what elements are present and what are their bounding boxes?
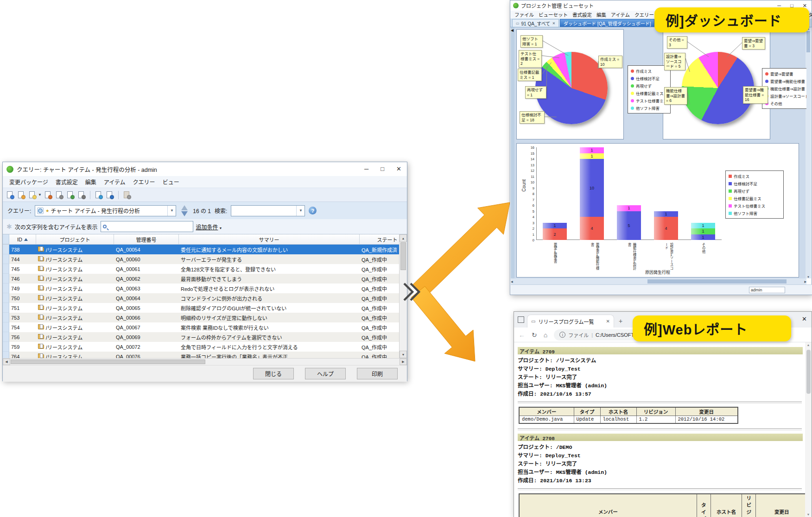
prev-item-icon[interactable]: [181, 205, 188, 210]
menu-item[interactable]: 編集: [82, 177, 100, 187]
scrollbar-thumb[interactable]: [400, 242, 406, 270]
table-row[interactable]: 738/リースシステムQA_00054委任元に通知するメール内容の文頭がおかしい…: [3, 245, 399, 254]
close-button[interactable]: 閉じる: [253, 368, 294, 379]
maximize-icon[interactable]: □: [381, 162, 384, 176]
row-gutter[interactable]: [3, 322, 9, 332]
table-row[interactable]: 751/リースシステムQA_00065削除確認ダイアログのGUIが統一されていな…: [3, 303, 399, 313]
print-icon[interactable]: [55, 190, 64, 200]
scrollbar-thumb[interactable]: [806, 350, 811, 394]
export-icon[interactable]: [66, 190, 75, 200]
close-tab-icon[interactable]: ✕: [552, 21, 555, 25]
browser-tab[interactable]: ▭ リリースプログラム一覧 ✕: [527, 315, 614, 328]
chevron-down-icon[interactable]: ▼: [296, 206, 304, 216]
back-icon[interactable]: ←: [519, 331, 525, 339]
scroll-up-icon[interactable]: ▲: [400, 234, 407, 242]
column-header-4[interactable]: ステート: [360, 234, 399, 244]
row-gutter[interactable]: [3, 284, 9, 293]
scroll-down-icon[interactable]: ▼: [400, 351, 407, 358]
query-select[interactable]: ★ チャート アイテム - 発生行程の分析 ▼: [35, 205, 176, 216]
new-tab-icon[interactable]: +: [619, 317, 622, 325]
reload-icon[interactable]: ↻: [532, 331, 537, 339]
menu-item[interactable]: ビューセット: [536, 11, 570, 19]
row-gutter[interactable]: [3, 352, 9, 358]
horizontal-scrollbar[interactable]: ◀▶: [511, 278, 806, 284]
scroll-left-icon[interactable]: ◀: [3, 359, 10, 365]
column-header-id[interactable]: ID: [9, 234, 36, 244]
menu-item[interactable]: アイテム: [100, 177, 129, 187]
column-header-3[interactable]: サマリー: [179, 234, 360, 244]
table-row[interactable]: 746/リースシステムQA_00062最背面移動ができてしまうQA_作成中: [3, 274, 399, 284]
create-item-icon[interactable]: [28, 190, 37, 200]
menu-item[interactable]: 変更パッケージ: [6, 177, 52, 187]
scrollbar-thumb[interactable]: [806, 31, 810, 52]
copy-link-icon[interactable]: [77, 190, 86, 200]
table-row[interactable]: 745/リースシステムQA_00061全角128文字を指定すると、登録できないQ…: [3, 264, 399, 274]
close-icon[interactable]: ✕: [802, 315, 807, 322]
menu-item[interactable]: ファイル: [512, 11, 536, 19]
search-combobox[interactable]: ▼: [231, 205, 305, 216]
scroll-up-icon[interactable]: ▲: [807, 343, 810, 347]
vertical-scrollbar[interactable]: ▲▼: [805, 342, 812, 517]
table-row[interactable]: 754/リースシステムQA_00067案件検索 業務IDなしで検索が行えないQA…: [3, 322, 399, 332]
table-row[interactable]: 756/リースシステムQA_00069フォームの枠外からアイテムを選択できないQ…: [3, 332, 399, 342]
menu-item[interactable]: 書式設定: [570, 11, 594, 19]
tab-dashboard[interactable]: ダッシュボード [QA_管理ダッシュボード]: [560, 19, 654, 27]
scrollbar-thumb[interactable]: [11, 359, 205, 364]
refresh-icon[interactable]: [94, 190, 103, 200]
menu-item[interactable]: 書式設定: [52, 177, 82, 187]
change-package-icon[interactable]: [44, 190, 53, 200]
minimize-icon[interactable]: ─: [364, 162, 368, 176]
column-header-1[interactable]: プロジェクト: [36, 234, 114, 244]
table-row[interactable]: 759/リースシステムQA_00072全角で日時フィールドに入力を行うと文字が消…: [3, 342, 399, 352]
scroll-right-icon[interactable]: ▶: [400, 359, 407, 365]
menu-item[interactable]: アイテム: [609, 11, 632, 19]
table-row[interactable]: 764/リースシステムQA_00076業務一括コピー実行後の「業務名」表示が不正…: [3, 352, 399, 358]
chevron-down-icon[interactable]: ▼: [167, 206, 176, 216]
row-gutter[interactable]: [3, 274, 9, 284]
help-button[interactable]: ヘルプ: [305, 368, 346, 379]
row-gutter[interactable]: [3, 293, 9, 303]
row-gutter[interactable]: [3, 342, 9, 352]
row-gutter[interactable]: [3, 264, 9, 274]
close-icon[interactable]: ✕: [396, 162, 401, 176]
locked-icon[interactable]: [122, 190, 132, 200]
menu-item[interactable]: 編集: [594, 11, 609, 19]
scrollbar-thumb[interactable]: [647, 279, 787, 284]
tab-search-icon[interactable]: [518, 316, 524, 323]
row-gutter[interactable]: [3, 254, 9, 264]
row-gutter[interactable]: [3, 313, 9, 322]
menu-item[interactable]: クエリー: [129, 177, 159, 187]
scroll-down-icon[interactable]: ▼: [807, 513, 810, 516]
menu-item[interactable]: クエリー: [632, 11, 656, 19]
table-row[interactable]: 749/リースシステムQA_00063Redoで処理させるとログが表示されないQ…: [3, 284, 399, 293]
scroll-right-icon[interactable]: ▶: [804, 280, 806, 283]
add-condition-link[interactable]: 追加条件▼: [196, 223, 222, 231]
view-item-icon[interactable]: [6, 190, 15, 200]
table-row[interactable]: 744/リースシステムQA_00060サーバーエラーが発生するQA_作成中: [3, 254, 399, 264]
filter-input[interactable]: [101, 221, 193, 232]
close-tab-icon[interactable]: ✕: [606, 319, 610, 324]
collapse-icon[interactable]: ◀: [511, 28, 514, 32]
table-row[interactable]: 750/リースシステムQA_00064コマンドラインに例外が出力されるQA_作成…: [3, 293, 399, 303]
vertical-scrollbar[interactable]: ▲▼: [806, 27, 811, 278]
chevron-down-icon[interactable]: ▼: [38, 193, 42, 197]
row-gutter[interactable]: [3, 245, 9, 254]
table-row[interactable]: 753/リースシステムQA_00066明細枠のリサイズが正常に動作しないQA_作…: [3, 313, 399, 322]
row-gutter[interactable]: [3, 332, 9, 342]
horizontal-scrollbar[interactable]: ◀ ▶: [3, 358, 407, 365]
home-icon[interactable]: ⌂: [544, 331, 547, 339]
print-button[interactable]: 印刷: [357, 368, 398, 379]
run-report-icon[interactable]: [105, 190, 114, 200]
column-header-2[interactable]: 管理番号: [114, 234, 179, 244]
tab-query[interactable]: ▭91 QA_すべて✕: [512, 19, 559, 27]
scroll-down-icon[interactable]: ▼: [807, 276, 810, 278]
scroll-left-icon[interactable]: ◀: [511, 280, 513, 283]
edit-item-icon[interactable]: [17, 190, 26, 200]
splitter[interactable]: ◀: [511, 27, 514, 278]
vertical-scrollbar[interactable]: ▲ ▼: [399, 234, 407, 358]
menu-item[interactable]: ビュー: [159, 177, 183, 187]
help-icon[interactable]: ?: [309, 207, 317, 214]
row-gutter[interactable]: [3, 303, 9, 313]
info-icon[interactable]: i: [559, 332, 565, 338]
next-item-icon[interactable]: [181, 211, 188, 216]
